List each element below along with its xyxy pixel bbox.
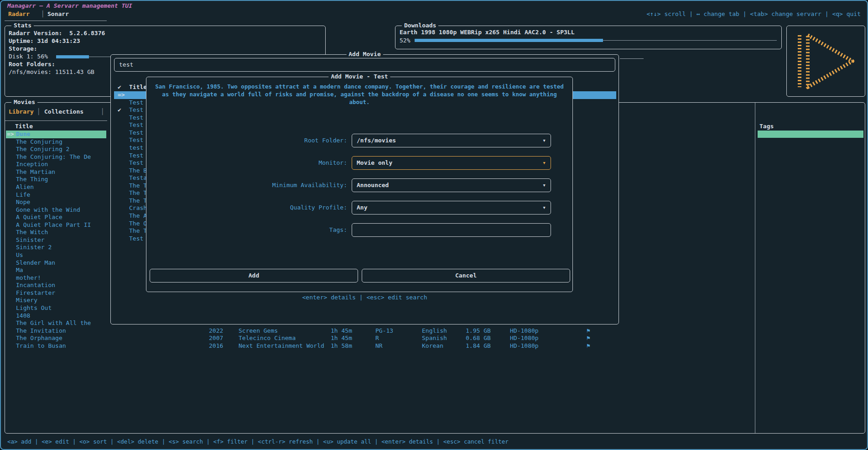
movie-cell-quality: HD-1080p [510,335,539,342]
row-title: 1408 [16,312,30,320]
monitored-flag-icon: ⚑ [587,342,590,350]
movie-cell-rating: R [375,335,379,342]
movie-row[interactable]: Nope [6,199,106,206]
root-folder-value: /nfs/movies [357,137,396,144]
movie-row[interactable]: The Thing [6,176,106,183]
minimum-availability-select[interactable]: Announced ▾ [352,178,551,192]
root-folder-select[interactable]: /nfs/movies ▾ [352,134,551,147]
movie-cell-language: Spanish [422,335,447,342]
row-title: The Conjuring [16,138,62,146]
movie-cell-year: 2016 [209,342,223,350]
row-title: Inception [16,161,48,168]
movie-row[interactable]: Slender Man [6,259,106,267]
movie-row[interactable]: Firestarter [6,289,106,297]
downloads-panel: Downloads Earth 1998 1080p WEBRip x265 H… [395,26,782,49]
managarr-logo-icon [795,32,858,90]
row-title: The Witch [16,229,48,236]
movie-row[interactable]: Gone with the Wind [6,206,106,214]
stats-rootfolders-label: Root Folders: [9,61,55,68]
tab-radarr[interactable]: Radarr [8,10,30,18]
row-title: Incantation [16,282,55,289]
add-button-label: Add [249,272,259,279]
movie-cell-size: 1.84 GB [466,342,491,350]
movie-row[interactable]: =>Dune [6,131,106,138]
movie-row[interactable]: The Martian [6,168,106,176]
add-movie-modal: Add Movie - Test San Francisco, 1985. Tw… [146,77,573,292]
movie-search-input[interactable]: test [114,58,615,72]
movie-row[interactable]: The Girl with All the [6,319,106,327]
search-value: test [119,61,133,68]
movie-row[interactable]: Alien [6,183,106,191]
monitor-select[interactable]: Movie only ▾ [352,156,551,170]
row-title: A Quiet Place [16,214,62,221]
collections-tab-divider: │ [101,108,104,115]
movie-row[interactable]: Lights Out [6,304,106,312]
movie-row[interactable]: Sinister [6,236,106,244]
movie-cell-quality: HD-1080p [510,327,539,335]
movie-row[interactable]: Inception [6,161,106,168]
movie-row[interactable]: Us [6,251,106,259]
movies-list: =>DuneThe ConjuringThe Conjuring 2The Co… [6,131,106,350]
movie-row[interactable]: The Invitation [6,327,106,335]
row-title: Test [129,99,143,107]
movie-cell-runtime: 1h 45m [331,327,352,335]
chevron-down-icon: ▾ [542,159,546,167]
movie-cell-year: 2007 [209,335,223,342]
movies-tabs-underline [5,120,107,121]
top-help: <↑↓> scroll | ↔ change tab | <tab> chang… [646,10,861,18]
download-progress [415,39,777,42]
movie-cell-language: English [422,327,447,335]
movies-title-header: Title [15,123,33,130]
row-title: Test [129,129,143,137]
movie-row[interactable]: A Quiet Place Part II [6,221,106,229]
tab-collections[interactable]: Collections [44,108,83,115]
footer-help: <a> add | <e> edit | <o> sort | <del> de… [7,438,509,445]
row-title: Alien [16,183,34,191]
movie-row[interactable]: Ma [6,267,106,274]
add-movie-title: Add Movie [346,51,383,58]
movie-row[interactable]: Life [6,191,106,199]
download-progress-fill [415,39,603,42]
movie-row[interactable]: 1408 [6,312,106,320]
movie-row[interactable]: The Conjuring: The De [6,153,106,161]
movie-row[interactable]: Incantation [6,282,106,289]
field-label-minimum-availability: Minimum Availability: [146,182,347,189]
movie-row[interactable]: The Conjuring 2 [6,146,106,153]
stats-uptime: Uptime: 31d 04:31:23 [9,37,80,45]
selection-arrow: => [7,131,14,138]
movie-row[interactable]: Misery [6,297,106,304]
row-title: mother! [16,274,41,282]
tags-input[interactable] [352,223,551,237]
row-title: Gone with the Wind [16,206,80,214]
row-title: Life [16,191,30,199]
row-title: Sinister 2 [16,244,52,251]
add-button[interactable]: Add [150,269,358,283]
movie-row[interactable]: Sinister 2 [6,244,106,251]
results-check-header-icon: ✔ [118,84,121,91]
movie-row[interactable]: The Conjuring [6,138,106,146]
movie-row[interactable]: The Witch [6,229,106,236]
movie-cell-size: 0.68 GB [466,335,491,342]
stats-title: Stats [11,22,34,29]
movies-panel-title: Movies [11,99,37,106]
movie-row[interactable]: A Quiet Place [6,214,106,221]
quality-profile-select[interactable]: Any ▾ [352,201,551,215]
row-title: Train to Busan [16,342,66,350]
logo-panel [786,26,865,97]
download-percent: 52% [400,37,410,44]
movie-cell-rating: NR [375,342,383,350]
movie-cell-studio: Next Entertainment World [239,342,324,350]
tab-sonarr[interactable]: Sonarr [47,10,69,18]
movie-cell-runtime: 1h 45m [331,335,352,342]
row-title: The Thing [16,176,48,183]
field-label-monitor: Monitor: [146,159,347,167]
cancel-button[interactable]: Cancel [362,269,570,283]
tab-library[interactable]: Library [9,108,34,115]
results-title-header: Title [129,84,147,91]
movie-row[interactable]: The Orphanage [6,335,106,342]
movie-row[interactable]: Train to Busan [6,342,106,350]
row-title: The Conjuring 2 [16,146,69,153]
row-title: The Orphanage [16,335,62,342]
movie-row[interactable]: mother! [6,274,106,282]
disk-progress [56,55,114,58]
